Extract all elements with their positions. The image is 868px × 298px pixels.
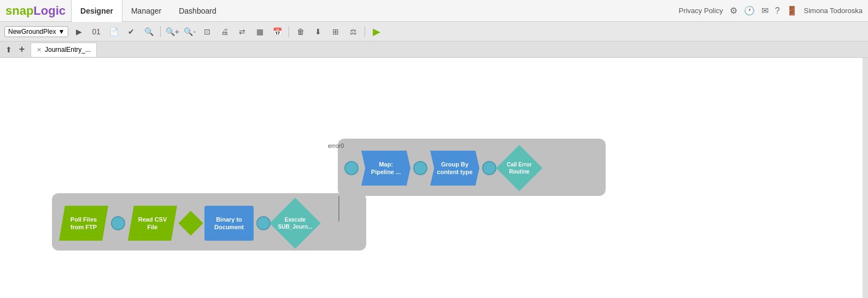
fit-button[interactable]: ⊡ [200, 25, 214, 39]
active-tab[interactable]: ✕ JournalEntry_... [31, 43, 97, 57]
logo-logic: Logic [33, 4, 66, 17]
binary-to-document-node[interactable]: Binary toDocument [204, 206, 254, 241]
error-label: error0 [328, 142, 344, 149]
poll-files-node[interactable]: Poll Filesfrom FTP [59, 206, 108, 241]
question-icon[interactable]: ? [775, 6, 780, 16]
tab-close-icon[interactable]: ✕ [37, 46, 42, 53]
print-button[interactable]: 🖨 [218, 25, 232, 39]
zoom-in-button[interactable]: 🔍+ [165, 25, 179, 39]
separator3 [365, 26, 365, 37]
connector-binary-execute[interactable] [256, 216, 271, 230]
download-button[interactable]: ⬇ [311, 25, 325, 39]
run-button[interactable]: ▶ [370, 25, 384, 39]
plex-label: NewGroundPlex [8, 28, 56, 35]
layout-button[interactable]: ▦ [253, 25, 267, 39]
clock-icon[interactable]: 🕐 [744, 5, 755, 16]
top-navigation: snapLogic Designer Manager Dashboard Pri… [0, 0, 868, 22]
csv-diamond-node[interactable] [180, 212, 202, 234]
nav-right-section: Privacy Policy ⚙ 🕐 ✉ ? 🚪 Simona Todorosk… [679, 5, 863, 16]
add-tab-button[interactable]: + [15, 43, 28, 56]
main-toolbar: NewGroundPlex ▼ ▶ 01 📄 ✔ 🔍 🔍+ 🔍- ⊡ 🖨 ⇄ ▦… [0, 22, 868, 41]
swap-button[interactable]: ⇄ [235, 25, 249, 39]
play-button[interactable]: ▶ [72, 25, 86, 39]
connector-map-groupby[interactable] [413, 161, 427, 175]
user-name: Simona Todoroska [804, 7, 863, 15]
delete-button[interactable]: 🗑 [294, 25, 308, 39]
top-input-connector[interactable] [344, 161, 359, 175]
columns-button[interactable]: ⊞ [329, 25, 343, 39]
nav-dashboard[interactable]: Dashboard [170, 0, 225, 22]
chevron-down-icon: ▼ [58, 28, 64, 35]
connector-groupby-callerror[interactable] [482, 161, 496, 175]
separator2 [289, 26, 289, 37]
call-error-routine-node[interactable]: Call ErrorRoutine [499, 148, 539, 188]
email-icon[interactable]: ✉ [761, 5, 769, 16]
validate-button[interactable]: 🔍 [142, 25, 156, 39]
execute-sub-node[interactable]: ExecuteSUB_Journ... [273, 201, 317, 245]
upload-button[interactable]: ⬆ [2, 43, 15, 56]
zoom-out-button[interactable]: 🔍- [183, 25, 197, 39]
check-button[interactable]: ✔ [124, 25, 138, 39]
privacy-policy-link[interactable]: Privacy Policy [679, 7, 723, 15]
logo-snap: snap [5, 4, 33, 17]
calendar-button[interactable]: 📅 [270, 25, 284, 39]
balance-button[interactable]: ⚖ [346, 25, 360, 39]
plex-selector[interactable]: NewGroundPlex ▼ [4, 26, 68, 37]
group-by-node[interactable]: Group Bycontent type [430, 151, 479, 186]
read-csv-node[interactable]: Read CSVFile [128, 206, 177, 241]
binary-button[interactable]: 01 [89, 25, 103, 39]
app-logo: snapLogic [5, 4, 66, 18]
bottom-flow-row: Poll Filesfrom FTP Read CSVFile Binary t… [59, 201, 317, 245]
logout-icon[interactable]: 🚪 [787, 5, 797, 16]
pipeline-canvas: error0 Map:Pipeline ... Group Bycontent … [0, 58, 868, 298]
connector-poll-readcsv[interactable] [111, 216, 125, 230]
map-pipeline-node[interactable]: Map:Pipeline ... [361, 151, 410, 186]
separator1 [160, 26, 161, 37]
gear-icon[interactable]: ⚙ [730, 5, 737, 16]
tab-label: JournalEntry_... [45, 46, 91, 53]
scroll-bar-right[interactable] [863, 58, 868, 298]
document-button[interactable]: 📄 [107, 25, 121, 39]
nav-manager[interactable]: Manager [122, 0, 170, 22]
nav-designer[interactable]: Designer [71, 0, 122, 22]
tabs-bar: ⬆ + ✕ JournalEntry_... [0, 41, 868, 58]
top-flow-row: Map:Pipeline ... Group Bycontent type Ca… [344, 148, 539, 188]
